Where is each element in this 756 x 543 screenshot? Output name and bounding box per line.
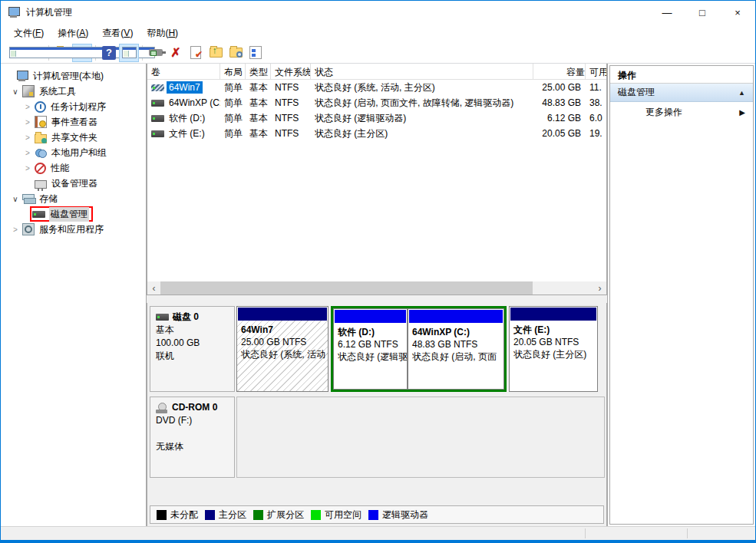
partition-band-logical (335, 310, 406, 323)
cdrom-label-box[interactable]: CD-ROM 0 DVD (F:) 无媒体 (150, 397, 235, 478)
partitions-strip: 64Win7 25.00 GB NTFS 状态良好 (系统, 活动 软件 (D:… (236, 306, 598, 392)
column-header-type[interactable]: 类型 (246, 64, 271, 79)
extended-partition-frame: 软件 (D:) 6.12 GB NTFS 状态良好 (逻辑驱 64WinXP (… (331, 306, 507, 392)
chevron-right-icon[interactable]: > (21, 149, 35, 157)
partition-status: 状态良好 (逻辑驱 (338, 350, 403, 363)
volume-status: 状态良好 (逻辑驱动器) (311, 112, 533, 125)
tree-item-services-applications[interactable]: > 服务和应用程序 (1, 222, 146, 237)
menu-text: ) (175, 28, 178, 38)
tree-item-task-scheduler[interactable]: > 任务计划程序 (1, 99, 146, 114)
menu-action[interactable]: 操作(A) (51, 25, 95, 42)
disk-type: 基本 (156, 324, 229, 337)
chevron-right-icon[interactable]: > (21, 103, 35, 111)
maximize-button[interactable]: □ (685, 1, 720, 24)
window-controls: — □ × (649, 1, 755, 24)
tree-item-storage[interactable]: ∨ 存储 (1, 191, 146, 206)
volume-name: 64Win7 (167, 81, 203, 94)
partition-status: 状态良好 (系统, 活动 (241, 348, 324, 360)
column-header-filesystem[interactable]: 文件系统 (271, 64, 311, 79)
volume-layout: 简单 (220, 112, 246, 125)
horizontal-scrollbar[interactable]: ‹ › (147, 281, 606, 295)
find-button[interactable] (226, 44, 246, 62)
tree-item-disk-management[interactable]: 磁盘管理 (1, 206, 146, 222)
help-icon: ? (102, 46, 116, 60)
chevron-right-icon[interactable]: > (21, 164, 35, 173)
menu-view[interactable]: 查看(V) (95, 25, 140, 42)
main-area: 计算机管理(本地) ∨ 系统工具 > 任务计划程序 > 事件查看器 > 共享文件… (1, 64, 755, 526)
volume-row[interactable]: 文件 (E:) 简单 基本 NTFS 状态良好 (主分区) 20.05 GB 1… (147, 126, 606, 141)
minimize-button[interactable]: — (649, 1, 685, 24)
legend-label: 主分区 (219, 508, 246, 522)
menu-text: 文件( (14, 28, 35, 38)
column-header-capacity[interactable]: 容量 (533, 64, 586, 79)
volume-row[interactable]: 64WinXP (C:) 简单 基本 NTFS 状态良好 (启动, 页面文件, … (147, 95, 606, 110)
tree-item-label: 性能 (51, 162, 69, 175)
tree-item-label: 设备管理器 (51, 177, 97, 190)
column-header-volume[interactable]: 卷 (147, 64, 220, 79)
legend-item: 扩展分区 (253, 508, 304, 522)
action-pane-icon (122, 47, 137, 58)
tree-item-label: 本地用户和组 (51, 146, 107, 160)
chevron-down-icon[interactable]: ∨ (8, 87, 22, 96)
legend-item: 逻辑驱动器 (368, 508, 428, 522)
disk-state: 无媒体 (156, 440, 229, 453)
chevron-right-icon[interactable]: > (21, 118, 35, 127)
volume-row[interactable]: 软件 (D:) 简单 基本 NTFS 状态良好 (逻辑驱动器) 6.12 GB … (147, 110, 606, 126)
export-button[interactable]: ↑ (206, 44, 226, 62)
close-button[interactable]: × (720, 1, 755, 24)
chevron-down-icon[interactable]: ∨ (8, 195, 22, 203)
tree-item-shared-folders[interactable]: > 共享文件夹 (1, 130, 146, 145)
tree-item-label: 系统工具 (39, 85, 76, 98)
tree-item-system-tools[interactable]: ∨ 系统工具 (1, 84, 146, 99)
partition-64winxp-c[interactable]: 64WinXP (C:) 48.83 GB NTFS 状态良好 (启动, 页面 (408, 308, 504, 390)
volume-selected-icon (151, 84, 164, 91)
tree-item-local-users-groups[interactable]: > 本地用户和组 (1, 145, 146, 160)
partition-band-logical (409, 310, 503, 323)
volume-name: 软件 (D:) (167, 111, 207, 126)
scrollbar-track[interactable] (160, 281, 593, 295)
performance-icon (35, 163, 46, 174)
delete-button[interactable]: ✗ (166, 44, 186, 62)
show-console-tree-button[interactable] (72, 44, 92, 62)
device-icon (149, 49, 163, 56)
chevron-right-icon[interactable]: > (8, 225, 22, 234)
menu-file[interactable]: 文件(F) (7, 25, 51, 42)
refresh-button[interactable]: ✔ (186, 44, 206, 62)
scroll-right-icon[interactable]: › (593, 281, 606, 295)
show-action-pane-button[interactable] (119, 44, 139, 62)
device-properties-button[interactable] (146, 44, 166, 62)
column-header-status[interactable]: 状态 (311, 64, 533, 79)
scroll-left-icon[interactable]: ‹ (147, 281, 160, 295)
help-button[interactable]: ? (99, 44, 119, 62)
volume-filesystem: NTFS (271, 82, 311, 93)
disk-icon (156, 314, 169, 321)
chevron-right-icon[interactable]: > (21, 133, 35, 142)
disk-size: 100.00 GB (156, 337, 229, 350)
folder-export-icon: ↑ (210, 48, 223, 58)
menu-help[interactable]: 帮助(H) (140, 25, 185, 42)
column-header-layout[interactable]: 布局 (220, 64, 246, 79)
scrollbar-thumb[interactable] (160, 281, 533, 295)
partition-file-e[interactable]: 文件 (E:) 20.05 GB NTFS 状态良好 (主分区) (509, 306, 598, 392)
tree-item-computer-management[interactable]: 计算机管理(本地) (1, 68, 146, 84)
cdrom-icon (156, 403, 168, 413)
column-header-free[interactable]: 可用 (586, 64, 607, 79)
pane-splitter[interactable] (147, 295, 607, 303)
volume-layout: 简单 (220, 81, 246, 94)
partition-software-d[interactable]: 软件 (D:) 6.12 GB NTFS 状态良好 (逻辑驱 (333, 308, 408, 390)
partition-band-primary (510, 308, 596, 321)
volume-free: 6.0 (586, 113, 606, 123)
tree-item-device-manager[interactable]: 设备管理器 (1, 176, 146, 191)
volume-row[interactable]: 64Win7 简单 基本 NTFS 状态良好 (系统, 活动, 主分区) 25.… (147, 80, 606, 95)
menu-key: H (168, 28, 175, 38)
collapse-arrow-icon[interactable]: ▲ (738, 89, 745, 97)
tree-item-event-viewer[interactable]: > 事件查看器 (1, 114, 146, 130)
up-arrow-glyph: ↑ (213, 46, 217, 55)
tree-item-performance[interactable]: > 性能 (1, 160, 146, 176)
console-tree-panel: 计算机管理(本地) ∨ 系统工具 > 任务计划程序 > 事件查看器 > 共享文件… (1, 64, 147, 526)
actions-section-disk-management[interactable]: 磁盘管理 ▲ (610, 84, 753, 102)
view-options-button[interactable] (246, 44, 266, 62)
more-actions-item[interactable]: 更多操作 ▶ (610, 102, 753, 122)
partition-64win7[interactable]: 64Win7 25.00 GB NTFS 状态良好 (系统, 活动 (236, 306, 328, 392)
disk-0-label-box[interactable]: 磁盘 0 基本 100.00 GB 联机 (150, 306, 235, 392)
